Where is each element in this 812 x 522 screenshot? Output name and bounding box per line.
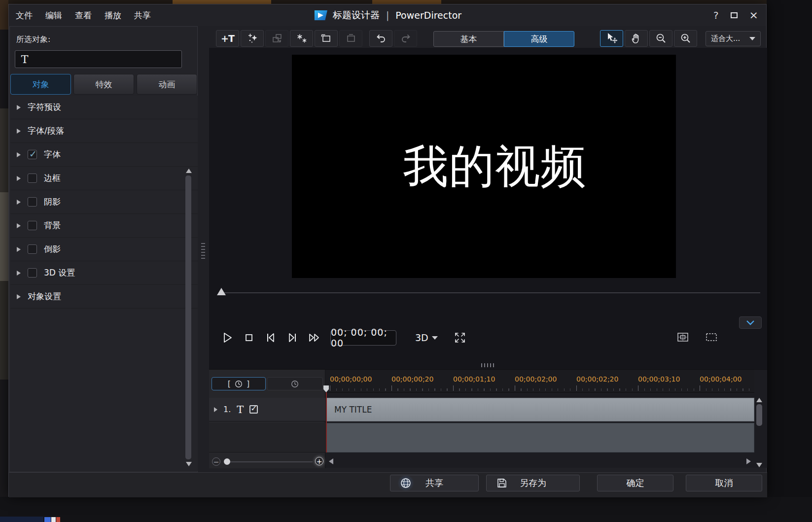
hand-tool-button[interactable] [625, 30, 648, 47]
clip-sub-lane[interactable] [326, 423, 754, 452]
seek-slider[interactable] [209, 283, 767, 301]
stop-button[interactable] [243, 331, 255, 344]
add-particle-button[interactable] [241, 30, 264, 47]
fit-zoom-value: 适合大... [711, 34, 740, 43]
timeline-vertical-scrollbar[interactable] [756, 398, 763, 467]
timeline-zoom-track[interactable] [225, 461, 313, 462]
redo-button [394, 30, 417, 47]
expand-arrow-icon [17, 129, 21, 134]
menu-share[interactable]: 共享 [131, 8, 154, 23]
scroll-down-icon[interactable] [186, 462, 192, 466]
menu-view[interactable]: 查看 [72, 8, 95, 23]
expand-arrow-icon [17, 152, 21, 157]
timeline-zoom-in-button[interactable]: + [315, 457, 323, 465]
section-checkbox[interactable] [28, 150, 37, 159]
title-clip[interactable]: MY TITLE [326, 398, 754, 421]
help-button[interactable]: ? [713, 9, 719, 21]
section-shadow[interactable]: 阴影 [10, 190, 198, 214]
section-background[interactable]: 背景 [10, 214, 198, 238]
preview-canvas[interactable]: 我的视频 [292, 55, 676, 278]
section-font[interactable]: 字体 [10, 143, 198, 167]
section-label: 背景 [44, 220, 61, 231]
ruler-label: 00;00;02;00 [515, 375, 557, 383]
timeline-splitter-handle[interactable] [481, 363, 494, 367]
tab-effect[interactable]: 特效 [73, 74, 134, 95]
share-button[interactable]: 共享 [390, 475, 479, 491]
section-checkbox[interactable] [28, 268, 37, 278]
fullscreen-button[interactable] [454, 331, 466, 344]
section-label: 3D 设置 [44, 267, 75, 278]
menu-bar: 文件 编辑 查看 播放 共享 [13, 4, 154, 26]
expand-arrow-icon [17, 294, 21, 299]
mode-basic-button[interactable]: 基本 [433, 31, 504, 47]
scrollbar-thumb[interactable] [185, 175, 191, 459]
track-expand-arrow-icon[interactable] [214, 407, 217, 412]
section-font-paragraph[interactable]: 字体/段落 [10, 119, 198, 143]
object-name-field[interactable]: T [15, 50, 182, 68]
scroll-left-icon[interactable] [329, 458, 333, 464]
timeline-zoom-out-button[interactable]: − [212, 457, 220, 466]
fit-zoom-dropdown[interactable]: 适合大... [706, 31, 761, 46]
scroll-down-icon[interactable] [756, 463, 762, 467]
previous-frame-button[interactable] [264, 331, 277, 344]
keyframe-mode-button[interactable]: [ ] [212, 377, 266, 390]
panel-tabs: 对象 特效 动画 [10, 74, 197, 95]
scroll-right-icon[interactable] [746, 458, 751, 464]
zoom-out-button[interactable] [649, 30, 672, 47]
3d-mode-dropdown[interactable]: 3D [415, 332, 438, 343]
preview-title-text[interactable]: 我的视频 [403, 136, 587, 197]
expand-arrow-icon [17, 247, 21, 252]
section-label: 边框 [44, 173, 61, 184]
object-name-input[interactable] [34, 51, 181, 68]
section-checkbox[interactable] [28, 244, 37, 254]
scrollbar-thumb[interactable] [756, 404, 762, 426]
duration-mode-button[interactable] [267, 377, 323, 390]
seek-thumb[interactable] [217, 288, 226, 295]
menu-edit[interactable]: 编辑 [42, 8, 65, 23]
tab-animation[interactable]: 动画 [137, 74, 197, 95]
redo-icon [400, 33, 412, 44]
next-frame-button[interactable] [286, 331, 299, 344]
scroll-up-icon[interactable] [756, 398, 762, 402]
cancel-label: 取消 [715, 477, 733, 489]
section-checkbox[interactable] [28, 174, 37, 183]
play-button[interactable] [221, 331, 234, 344]
tv-safe-zone-button[interactable] [676, 330, 690, 344]
track-1-header[interactable]: 1. T [209, 398, 325, 421]
section-object-settings[interactable]: 对象设置 [10, 285, 198, 309]
panel-scrollbar[interactable] [185, 169, 192, 466]
section-checkbox[interactable] [28, 197, 37, 207]
mode-advanced-button[interactable]: 高级 [504, 31, 574, 47]
section-3d-settings[interactable]: 3D 设置 [10, 261, 198, 285]
apply-effect-button[interactable] [290, 30, 313, 47]
section-character-preset[interactable]: 字符预设 [10, 96, 198, 119]
timeline-zoom-thumb[interactable] [224, 458, 230, 465]
menu-play[interactable]: 播放 [102, 8, 124, 23]
remove-frame-button [339, 30, 362, 47]
insert-frame-button[interactable] [315, 30, 338, 47]
track-visibility-checkbox[interactable] [249, 405, 258, 414]
bracket-open: [ [228, 379, 231, 388]
menu-file[interactable]: 文件 [13, 8, 35, 23]
close-button[interactable]: × [749, 10, 758, 21]
add-title-button[interactable]: +T [216, 30, 239, 47]
clock-icon [234, 379, 244, 389]
ok-button[interactable]: 确定 [597, 475, 673, 491]
section-checkbox[interactable] [28, 221, 37, 230]
cancel-button[interactable]: 取消 [686, 475, 762, 491]
undo-button[interactable] [369, 30, 392, 47]
seek-track[interactable] [220, 292, 760, 293]
grid-lines-button[interactable] [705, 330, 718, 344]
scroll-up-icon[interactable] [186, 169, 192, 173]
fast-forward-button[interactable] [308, 331, 321, 344]
timeline-ruler[interactable]: 00;00;00;00 00;00;00;20 00;00;01;10 00;0… [326, 370, 754, 393]
section-border[interactable]: 边框 [10, 167, 198, 190]
maximize-button[interactable] [731, 12, 738, 18]
tab-object[interactable]: 对象 [10, 74, 71, 95]
panel-splitter-handle[interactable] [198, 26, 209, 472]
save-as-button[interactable]: 另存为 [486, 475, 580, 491]
section-reflection[interactable]: 倒影 [10, 238, 198, 261]
track-2-header[interactable] [209, 423, 325, 452]
zoom-in-button[interactable] [674, 30, 697, 47]
select-move-tool-button[interactable] [600, 30, 623, 47]
